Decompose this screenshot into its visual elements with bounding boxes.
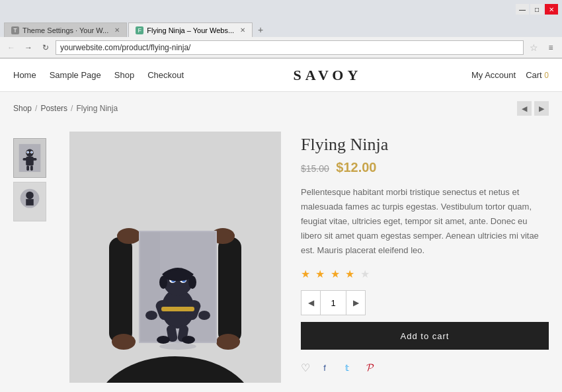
tab-label-1: Theme Settings · Your W... — [22, 26, 108, 34]
product-price: $15.00 $12.00 — [301, 160, 549, 175]
site-nav: Home Sample Page Shop Checkout SAVOY My … — [0, 59, 562, 92]
product-description: Pellentesque habitant morbi tristique se… — [301, 185, 549, 258]
breadcrumb-prev[interactable]: ◀ — [517, 101, 532, 116]
cart-count: 0 — [544, 71, 549, 80]
quantity-increase[interactable]: ▶ — [346, 291, 365, 315]
breadcrumb-nav: ◀ ▶ — [517, 101, 549, 116]
breadcrumb: Shop / Posters / Flying Ninja ◀ ▶ — [0, 92, 562, 125]
browser-tab-2[interactable]: F Flying Ninja – Your Webs... ✕ — [128, 22, 253, 37]
nav-right: My Account Cart 0 — [471, 70, 549, 80]
svg-rect-49 — [161, 307, 194, 311]
new-tab-button[interactable]: + — [254, 22, 267, 37]
back-button[interactable]: ← — [4, 40, 19, 55]
nav-shop[interactable]: Shop — [114, 70, 134, 80]
nav-links: Home Sample Page Shop Checkout — [13, 70, 184, 80]
close-button[interactable]: ✕ — [545, 4, 558, 15]
cart-label: Cart — [526, 70, 542, 80]
quantity-decrease[interactable]: ◀ — [301, 291, 320, 315]
svg-point-20 — [117, 228, 141, 244]
svg-point-23 — [216, 334, 240, 350]
star-4: ★ — [345, 268, 356, 280]
svg-rect-7 — [30, 166, 33, 171]
svg-point-48 — [182, 336, 195, 344]
twitter-share[interactable]: 𝕥 — [339, 360, 355, 375]
star-2: ★ — [315, 268, 326, 280]
add-to-cart-button[interactable]: Add to cart — [301, 322, 549, 350]
breadcrumb-current: Flying Ninja — [76, 104, 118, 113]
product-stars: ★ ★ ★ ★ ★ — [301, 268, 549, 280]
price-new: $12.00 — [336, 160, 376, 175]
svg-point-50 — [159, 343, 196, 350]
quantity-input[interactable] — [320, 291, 346, 315]
svg-rect-5 — [32, 158, 37, 161]
breadcrumb-sep-2: / — [71, 104, 73, 113]
browser-tab-1[interactable]: T Theme Settings · Your W... ✕ — [4, 22, 127, 37]
svg-rect-15 — [26, 199, 34, 206]
product-title: Flying Ninja — [301, 135, 549, 155]
social-row: ♡ f 𝕥 𝓟 — [301, 360, 549, 375]
price-old: $15.00 — [301, 163, 329, 174]
url-text: yourwebsite.com/product/flying-ninja/ — [60, 43, 190, 52]
product-thumbnails — [13, 132, 50, 383]
tab-close-1[interactable]: ✕ — [114, 26, 120, 34]
product-main-image — [69, 132, 281, 383]
my-account-link[interactable]: My Account — [471, 70, 516, 80]
tab-favicon-2: F — [136, 26, 143, 34]
pinterest-share[interactable]: 𝓟 — [362, 360, 378, 375]
maximize-button[interactable]: □ — [530, 4, 543, 15]
svg-point-38 — [163, 270, 192, 281]
breadcrumb-next[interactable]: ▶ — [534, 101, 549, 116]
svg-rect-3 — [26, 157, 34, 165]
star-5: ★ — [360, 268, 371, 280]
wishlist-button[interactable]: ♡ — [301, 362, 310, 374]
browser-menu-button[interactable]: ≡ — [543, 40, 558, 55]
quantity-control: ◀ ▶ — [301, 290, 366, 315]
address-bar[interactable]: yourwebsite.com/product/flying-ninja/ — [56, 40, 524, 55]
facebook-share[interactable]: f — [317, 360, 333, 375]
tab-close-2[interactable]: ✕ — [240, 26, 245, 34]
svg-point-44 — [198, 311, 210, 320]
product-info: Flying Ninja $15.00 $12.00 Pellentesque … — [301, 132, 549, 383]
svg-point-14 — [26, 192, 34, 200]
reload-button[interactable]: ↻ — [38, 40, 53, 55]
breadcrumb-shop[interactable]: Shop — [13, 104, 32, 113]
star-3: ★ — [331, 268, 341, 280]
quantity-row: ◀ ▶ — [301, 290, 549, 315]
svg-rect-18 — [109, 237, 132, 343]
thumbnail-1[interactable] — [13, 138, 46, 178]
star-1: ★ — [301, 268, 311, 280]
nav-home[interactable]: Home — [13, 70, 36, 80]
cart-link[interactable]: Cart 0 — [526, 70, 549, 80]
breadcrumb-sep-1: / — [35, 104, 37, 113]
svg-point-43 — [145, 311, 157, 320]
svg-rect-6 — [26, 166, 29, 171]
svg-rect-4 — [22, 158, 27, 161]
svg-point-39 — [159, 276, 167, 289]
nav-sample-page[interactable]: Sample Page — [50, 70, 101, 80]
thumbnail-2[interactable] — [13, 182, 46, 221]
forward-button[interactable]: → — [21, 40, 36, 55]
svg-point-47 — [157, 336, 170, 344]
tab-favicon-1: T — [11, 26, 19, 34]
site-logo: SAVOY — [184, 67, 471, 84]
svg-rect-26 — [140, 232, 160, 342]
svg-point-22 — [112, 334, 136, 350]
nav-checkout[interactable]: Checkout — [147, 70, 184, 80]
svg-rect-19 — [218, 237, 241, 343]
breadcrumb-posters[interactable]: Posters — [40, 104, 67, 113]
svg-point-11 — [31, 151, 32, 153]
tab-label-2: Flying Ninja – Your Webs... — [147, 26, 234, 34]
svg-point-40 — [188, 276, 196, 289]
svg-point-10 — [27, 151, 28, 153]
minimize-button[interactable]: — — [516, 4, 529, 15]
bookmark-star[interactable]: ☆ — [526, 40, 541, 55]
product-area: Flying Ninja $15.00 $12.00 Pellentesque … — [0, 125, 562, 392]
